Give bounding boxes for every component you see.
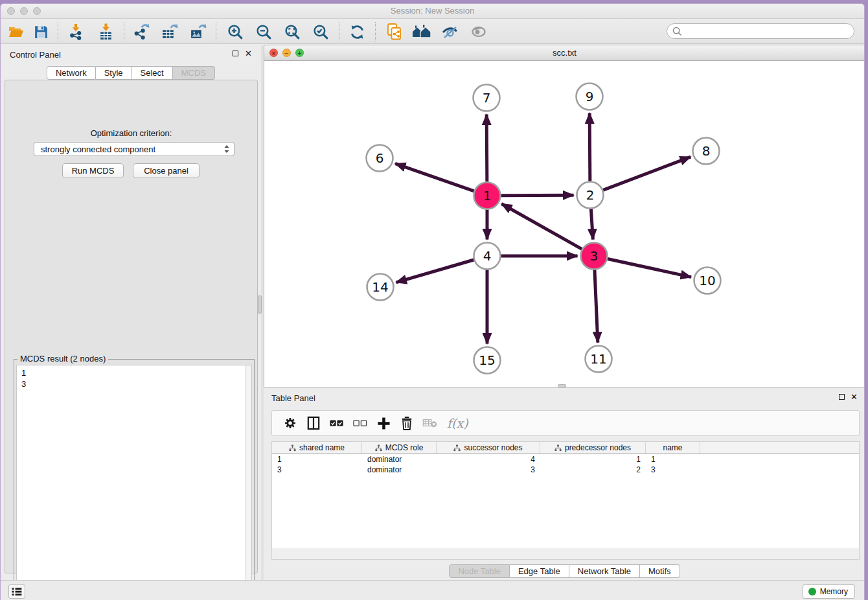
tab-style[interactable]: Style — [96, 66, 132, 80]
close-panel-button[interactable]: Close panel — [133, 163, 200, 178]
node-7[interactable]: 7 — [474, 85, 500, 111]
table-row[interactable]: 1dominator411 — [272, 454, 859, 465]
svg-text:10: 10 — [699, 273, 715, 288]
table-tab-network-table[interactable]: Network Table — [569, 564, 640, 578]
edge-1-6[interactable] — [395, 163, 474, 190]
table-tab-motifs[interactable]: Motifs — [640, 564, 680, 578]
float-panel-icon[interactable] — [233, 51, 238, 56]
table-cell[interactable]: dominator — [362, 454, 437, 465]
network-view-titlebar[interactable]: × − + scc.txt — [264, 45, 865, 61]
export-table-icon[interactable] — [159, 21, 179, 42]
network-canvas[interactable]: 7968124314101511 — [264, 62, 865, 387]
function-builder-icon[interactable]: f(x) — [447, 416, 468, 430]
node-4[interactable]: 4 — [474, 243, 501, 270]
tab-mcds[interactable]: MCDS — [173, 66, 215, 80]
split-view-icon[interactable] — [302, 413, 325, 433]
table-cell[interactable]: 1 — [272, 454, 362, 465]
mcds-result-text[interactable]: 13 — [16, 365, 252, 600]
table-cell[interactable]: 1 — [540, 454, 646, 465]
close-panel-icon[interactable]: ✕ — [245, 51, 252, 57]
search-field[interactable] — [667, 23, 854, 39]
table-cell[interactable]: 2 — [540, 465, 646, 475]
run-mcds-button[interactable]: Run MCDS — [62, 163, 124, 178]
import-network-icon[interactable] — [65, 21, 86, 42]
edge-1-7[interactable] — [486, 114, 487, 181]
toolbar-separator — [124, 22, 124, 41]
node-14[interactable]: 14 — [367, 274, 394, 301]
table-cell[interactable]: 3 — [646, 465, 700, 475]
edge-1-2[interactable] — [501, 195, 573, 196]
zoom-fit-icon[interactable] — [282, 21, 303, 42]
hierarchy-icon — [453, 444, 461, 452]
edge-3-11[interactable] — [595, 270, 598, 342]
svg-text:1: 1 — [483, 188, 492, 203]
node-15[interactable]: 15 — [474, 347, 501, 374]
vertical-splitter-handle[interactable] — [258, 295, 262, 314]
edge-3-10[interactable] — [608, 259, 691, 277]
export-network-icon[interactable] — [130, 21, 151, 42]
memory-status-icon — [808, 588, 816, 595]
save-session-icon[interactable] — [30, 21, 51, 42]
settings-gear-icon[interactable] — [279, 413, 302, 433]
node-2[interactable]: 2 — [577, 182, 604, 209]
table-cell[interactable]: dominator — [362, 465, 437, 475]
column-header-name[interactable]: name — [646, 442, 700, 454]
node-9[interactable]: 9 — [577, 84, 603, 110]
edge-2-8[interactable] — [603, 157, 691, 190]
column-header-filler — [700, 442, 859, 454]
zoom-selected-icon[interactable] — [310, 21, 331, 42]
table-cell[interactable]: 3 — [272, 465, 362, 475]
toolbar-separator — [339, 22, 339, 41]
tab-network[interactable]: Network — [47, 66, 96, 80]
column-header-shared-name[interactable]: shared name — [272, 442, 362, 454]
result-line: 1 — [21, 367, 251, 378]
zoom-out-icon[interactable] — [253, 21, 274, 42]
close-table-panel-icon[interactable]: ✕ — [851, 394, 858, 400]
table-horizontal-scrollbar[interactable] — [271, 548, 860, 560]
task-history-button[interactable] — [8, 584, 25, 599]
export-image-icon[interactable] — [187, 21, 208, 42]
tab-select[interactable]: Select — [132, 66, 173, 80]
import-table-icon[interactable] — [95, 21, 116, 42]
node-11[interactable]: 11 — [586, 346, 612, 373]
table-cell[interactable]: 3 — [437, 465, 540, 475]
edge-3-1[interactable] — [501, 204, 582, 249]
edge-2-9[interactable] — [589, 113, 590, 181]
search-input[interactable] — [685, 27, 854, 36]
deselect-all-checkboxes-icon[interactable] — [348, 413, 372, 433]
memory-button[interactable]: Memory — [803, 584, 855, 599]
column-header-predecessor-nodes[interactable]: predecessor nodes — [540, 442, 646, 454]
mcds-result-title: MCDS result (2 nodes) — [17, 354, 108, 363]
add-column-icon[interactable] — [372, 413, 395, 433]
node-1[interactable]: 1 — [474, 183, 501, 209]
home-layout-icon[interactable] — [411, 21, 432, 42]
edge-2-3[interactable] — [591, 209, 593, 239]
delete-column-icon[interactable] — [395, 413, 418, 433]
table-tab-node-table[interactable]: Node Table — [449, 564, 510, 578]
zoom-in-icon[interactable] — [225, 21, 246, 42]
copy-network-view-icon[interactable] — [384, 21, 405, 42]
select-all-checkboxes-icon[interactable] — [325, 413, 348, 433]
open-session-icon[interactable] — [6, 21, 27, 42]
node-table[interactable]: shared nameMCDS rolesuccessor nodesprede… — [271, 441, 860, 560]
float-table-panel-icon[interactable] — [839, 394, 845, 400]
column-header-successor-nodes[interactable]: successor nodes — [437, 442, 540, 454]
column-header-MCDS-role[interactable]: MCDS role — [362, 442, 437, 454]
horizontal-splitter-handle[interactable] — [558, 384, 566, 388]
node-3[interactable]: 3 — [581, 243, 608, 270]
node-10[interactable]: 10 — [694, 268, 721, 294]
table-cell[interactable]: 4 — [437, 454, 540, 465]
result-scrollbar[interactable] — [245, 365, 251, 600]
node-6[interactable]: 6 — [367, 145, 393, 172]
edge-4-14[interactable] — [396, 260, 474, 283]
delete-table-icon[interactable] — [418, 413, 442, 433]
show-panels-icon[interactable] — [468, 21, 489, 42]
table-header-row: shared nameMCDS rolesuccessor nodesprede… — [272, 442, 859, 454]
refresh-view-icon[interactable] — [347, 21, 367, 42]
table-cell[interactable]: 1 — [646, 454, 700, 465]
table-tab-edge-table[interactable]: Edge Table — [510, 564, 569, 578]
table-row[interactable]: 3dominator323 — [272, 465, 859, 475]
node-8[interactable]: 8 — [693, 138, 720, 165]
criterion-select[interactable]: strongly connected component — [34, 142, 234, 156]
hide-panels-icon[interactable] — [440, 21, 461, 42]
